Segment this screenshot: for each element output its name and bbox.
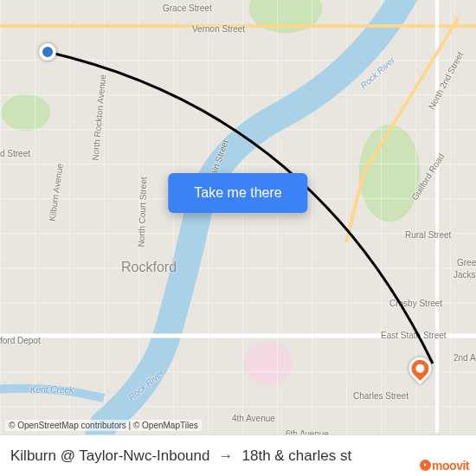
moovit-logo: moovit	[420, 459, 469, 473]
origin-marker[interactable]	[39, 43, 56, 61]
moovit-logo-icon	[420, 460, 431, 471]
route-summary-bar: Kilburn @ Taylor-Nwc-Inbound → 18th & ch…	[0, 434, 476, 476]
route-from: Kilburn @ Taylor-Nwc-Inbound	[10, 447, 210, 465]
route-arrow-icon: →	[219, 447, 234, 465]
route-to: 18th & charles st	[242, 447, 352, 465]
map-background[interactable]: Grace Street Vernon Street North Rockton…	[0, 0, 476, 476]
moovit-logo-text: moovit	[432, 459, 469, 473]
major-roads	[0, 0, 476, 476]
take-me-there-button[interactable]: Take me there	[168, 173, 307, 213]
map-attribution: © OpenStreetMap contributors | © OpenMap…	[5, 420, 202, 431]
